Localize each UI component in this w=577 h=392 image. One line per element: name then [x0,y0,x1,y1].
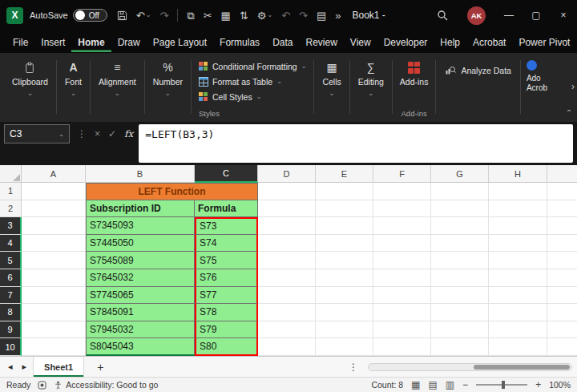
cell-C7[interactable]: S77 [195,287,258,305]
cell-F6[interactable] [373,269,431,287]
menu-tab-insert[interactable]: Insert [34,32,71,52]
cell-C8[interactable]: S78 [195,304,258,321]
close-button[interactable]: × [550,0,577,30]
ribbon-scroll-right-icon[interactable]: › [571,80,575,92]
menu-tab-home[interactable]: Home [71,32,111,52]
maximize-button[interactable]: ▢ [523,0,550,30]
cell-B3[interactable]: S7345093 [86,217,195,235]
cell-B9[interactable]: S7945032 [86,321,195,339]
cell-I5[interactable] [547,252,577,269]
menu-tab-power-pivot[interactable]: Power Pivot [512,32,576,52]
cell-B10[interactable]: S8045043 [86,338,195,356]
cell-G9[interactable] [431,321,489,339]
cell-G2[interactable] [431,200,489,218]
ribbon-group-number[interactable]: % Number ⌄ [146,57,190,120]
column-header-G[interactable]: G [431,165,489,183]
cell-I2[interactable] [547,200,577,218]
page-layout-view-icon[interactable]: ▤ [428,380,437,390]
column-header-H[interactable]: H [489,165,547,183]
row-header-5[interactable]: 5 [0,252,22,269]
copy-icon[interactable]: ⧉ [187,10,194,21]
column-header-partial[interactable] [547,165,577,183]
cell-D9[interactable] [258,321,316,339]
cell-H4[interactable] [489,235,547,253]
menu-tab-data[interactable]: Data [266,32,299,52]
cell-D2[interactable] [258,200,316,218]
column-header-E[interactable]: E [316,165,373,183]
menu-tab-draw[interactable]: Draw [111,32,147,52]
cell-F10[interactable] [373,338,431,356]
cell-I9[interactable] [547,321,577,339]
macro-record-icon[interactable] [38,381,46,390]
menu-tab-page-layout[interactable]: Page Layout [147,32,213,52]
cell-E10[interactable] [316,338,373,356]
row-header-8[interactable]: 8 [0,304,22,321]
ribbon-group-acrobat[interactable]: Ado Acrob [522,57,549,120]
cell-D10[interactable] [258,338,316,356]
zoom-level[interactable]: 100% [549,380,571,390]
add-sheet-button[interactable]: + [94,361,107,374]
ribbon-group-alignment[interactable]: ≡ Alignment ⌄ [91,57,143,120]
analyze-data-button[interactable]: Analyze Data [437,60,518,81]
cell-G3[interactable] [431,217,489,235]
autosave-toggle[interactable]: Off [73,9,107,22]
cancel-icon[interactable]: × [95,128,100,139]
cell-A7[interactable] [22,287,86,305]
column-header-A[interactable]: A [22,165,86,183]
sheet-nav-left-icon[interactable]: ◂ [5,362,16,372]
cell-C2[interactable]: Formula [195,200,258,218]
cell-B5[interactable]: S7545089 [86,252,195,269]
sheetbar-more-icon[interactable]: ⋮ [342,362,365,373]
cell-A6[interactable] [22,269,86,287]
settings-gear-icon[interactable]: ⚙⌄ [257,10,272,21]
redo-icon[interactable]: ↷ [159,10,168,21]
cell-B8[interactable]: S7845091 [86,304,195,321]
cell-A10[interactable] [22,338,86,356]
cell-H9[interactable] [489,321,547,339]
cell-E4[interactable] [316,235,373,253]
cell-E1[interactable] [316,183,373,200]
cell-D7[interactable] [258,287,316,305]
cell-F7[interactable] [373,287,431,305]
row-header-3[interactable]: 3 [0,217,22,235]
horizontal-scrollbar[interactable] [368,363,572,371]
row-header-10[interactable]: 10 [0,338,22,356]
cell-I1[interactable] [547,183,577,200]
cell-D1[interactable] [258,183,316,200]
ribbon-group-font[interactable]: A Font ⌄ [58,57,89,120]
column-header-F[interactable]: F [373,165,431,183]
cell-G6[interactable] [431,269,489,287]
ribbon-group-clipboard[interactable]: Clipboard ⌄ [5,57,55,120]
cell-C10[interactable]: S80 [195,338,258,356]
cell-A1[interactable] [22,183,86,200]
zoom-out-icon[interactable]: − [462,380,468,390]
conditional-formatting-button[interactable]: Conditional Formatting ⌄ [199,59,306,74]
cell-G4[interactable] [431,235,489,253]
ribbon-group-cells[interactable]: ▦ Cells ⌄ [315,57,348,120]
menu-tab-developer[interactable]: Developer [377,32,434,52]
menu-tab-review[interactable]: Review [299,32,343,52]
menu-tab-formulas[interactable]: Formulas [213,32,266,52]
menu-tab-file[interactable]: File [6,32,34,52]
cell-E7[interactable] [316,287,373,305]
cell-I3[interactable] [547,217,577,235]
paste-icon[interactable]: ▦ [221,10,231,21]
cell-G10[interactable] [431,338,489,356]
format-as-table-button[interactable]: Format as Table ⌄ [199,74,306,89]
cell-F2[interactable] [373,200,431,218]
ribbon-group-editing[interactable]: ∑ Editing ⌄ [351,57,391,120]
name-box[interactable]: C3 ⌄ [4,124,70,143]
column-header-C[interactable]: C [195,165,258,183]
normal-view-icon[interactable]: ▦ [411,380,420,390]
cell-H5[interactable] [489,252,547,269]
cell-A5[interactable] [22,252,86,269]
excel-logo-icon[interactable]: X [6,7,23,24]
cell-B2[interactable]: Subscription ID [86,200,195,218]
menu-tab-help[interactable]: Help [434,32,466,52]
cell-E5[interactable] [316,252,373,269]
cell-E3[interactable] [316,217,373,235]
document-icon[interactable]: ▤ [317,10,326,21]
cell-A4[interactable] [22,235,86,253]
save-icon[interactable] [117,10,127,21]
cell-E2[interactable] [316,200,373,218]
